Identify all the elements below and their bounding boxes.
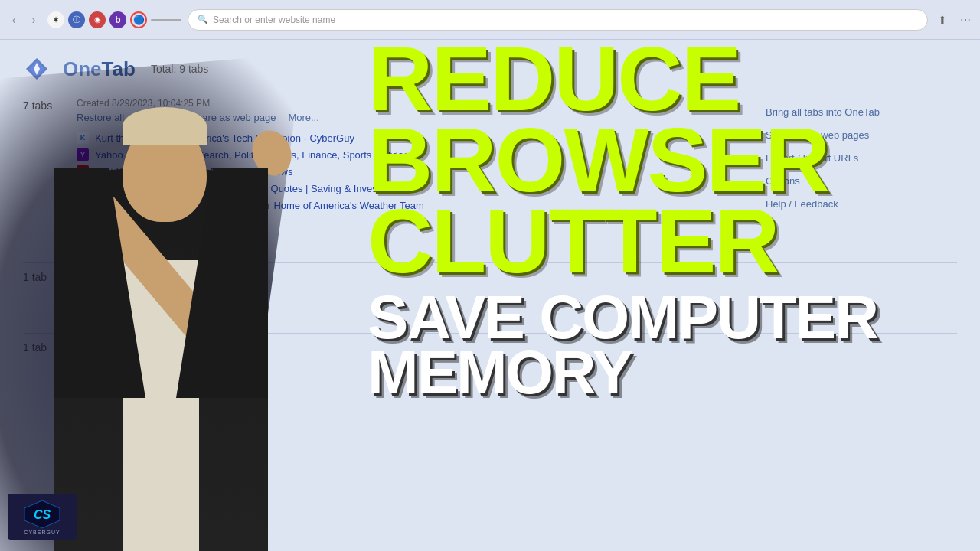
ext-icon-3[interactable]: ◉ [89, 11, 106, 28]
ext-icon-1[interactable]: ✶ [47, 11, 64, 28]
menu-icon[interactable]: ⋯ [957, 11, 974, 28]
share-icon[interactable]: ⬆ [934, 11, 951, 28]
svg-text:CS: CS [34, 508, 51, 521]
extension-icons: ✶ ⓘ ◉ b 🔵 [47, 11, 181, 28]
bring-all-tabs[interactable]: Bring all tabs into OneTab [766, 101, 965, 124]
address-placeholder: Search or enter website name [213, 15, 335, 25]
right-panel: Bring all tabs into OneTab Share all as … [766, 101, 965, 216]
browser-actions: ⬆ ⋯ [934, 11, 974, 28]
person-area [15, 54, 322, 551]
options-link[interactable]: Options [766, 170, 965, 193]
back-button[interactable]: ‹ [6, 12, 21, 28]
ext-icon-2[interactable]: ⓘ [68, 11, 85, 28]
ext-icon-b[interactable]: b [109, 11, 126, 28]
address-bar[interactable]: 🔍 Search or enter website name [188, 9, 928, 31]
share-all-web-pages[interactable]: Share all as web pages [766, 124, 965, 147]
ext-icon-onetab[interactable]: 🔵 [130, 11, 147, 28]
search-icon: 🔍 [198, 15, 208, 24]
help-feedback[interactable]: Help / Feedback [766, 193, 965, 216]
forward-button[interactable]: › [26, 12, 41, 28]
export-import-urls[interactable]: Export / Import URLs [766, 147, 965, 170]
nav-controls: ‹ › [6, 12, 41, 28]
logo-text-label: CYBERGUY [24, 530, 60, 535]
hair [122, 107, 207, 145]
spacer [151, 19, 181, 21]
browser-chrome-bar: ‹ › ✶ ⓘ ◉ b 🔵 🔍 Search or enter website … [0, 0, 980, 40]
logo-icon: CS [23, 499, 61, 530]
cyberguy-logo: CS CYBERGUY [8, 494, 77, 540]
